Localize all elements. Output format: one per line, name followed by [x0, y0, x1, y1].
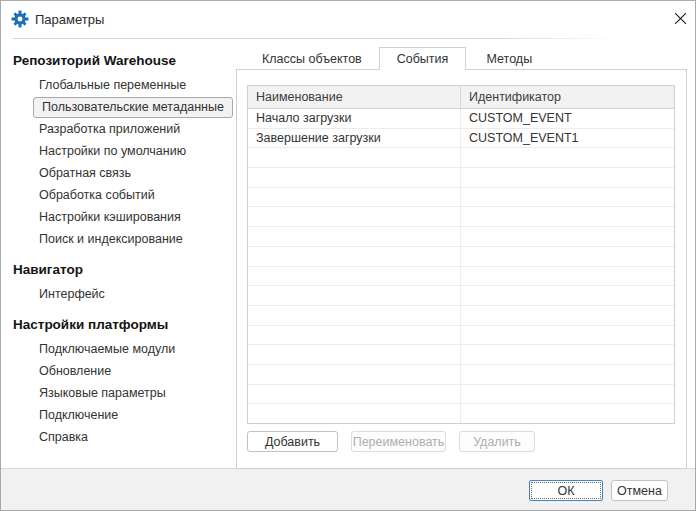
table-row[interactable] [248, 247, 674, 267]
cell-name [248, 306, 460, 325]
sidebar-item-label: Интерфейс [39, 287, 105, 301]
sidebar-item[interactable]: Пользовательские метаданные [39, 96, 235, 118]
table-header-row: Наименование Идентификатор [248, 86, 674, 109]
add-button[interactable]: Добавить [247, 431, 338, 452]
cell-name [248, 227, 460, 246]
cell-identifier [460, 345, 674, 364]
cell-identifier [460, 404, 674, 423]
sidebar-item[interactable]: Настройки кэширования [39, 206, 235, 228]
table-row[interactable] [248, 365, 674, 385]
table-row[interactable] [248, 404, 674, 423]
sidebar-item-label: Глобальные переменные [39, 78, 186, 92]
sidebar-item-label: Разработка приложений [39, 122, 180, 136]
cell-name [248, 267, 460, 286]
table-row[interactable] [248, 188, 674, 208]
sidebar-section-header: Репозиторий Warehouse [13, 41, 235, 74]
table-row[interactable] [248, 267, 674, 287]
cell-identifier [460, 148, 674, 167]
cell-identifier [460, 168, 674, 187]
cell-name [248, 148, 460, 167]
delete-button[interactable]: Удалить [459, 431, 535, 452]
table-row[interactable] [248, 148, 674, 168]
cell-name [248, 345, 460, 364]
column-header-identifier[interactable]: Идентификатор [460, 86, 674, 108]
table-row[interactable] [248, 326, 674, 346]
cell-name [248, 247, 460, 266]
rename-button[interactable]: Переименовать [351, 431, 446, 452]
gear-icon [11, 10, 29, 28]
sidebar-item[interactable]: Подключение [39, 404, 235, 426]
cell-identifier [460, 326, 674, 345]
titlebar-separator [13, 38, 617, 39]
sidebar-nav: Репозиторий WarehouseГлобальные переменн… [13, 41, 235, 448]
table-row[interactable] [248, 385, 674, 405]
cancel-button[interactable]: Отмена [611, 480, 668, 501]
sidebar-item[interactable]: Обновление [39, 360, 235, 382]
cell-name: Начало загрузки [248, 109, 460, 128]
sidebar-item[interactable]: Глобальные переменные [39, 74, 235, 96]
ok-button[interactable]: ОК [529, 480, 603, 501]
table-row[interactable] [248, 207, 674, 227]
cell-name [248, 207, 460, 226]
sidebar-item-label: Справка [39, 430, 88, 444]
cell-identifier: CUSTOM_EVENT1 [460, 129, 674, 148]
sidebar-item-label: Подключаемые модули [39, 342, 175, 356]
close-icon [674, 12, 687, 25]
sidebar-item-label: Поиск и индексирование [39, 232, 183, 246]
cell-identifier [460, 207, 674, 226]
column-header-name[interactable]: Наименование [248, 86, 460, 108]
cell-name [248, 188, 460, 207]
cell-name [248, 365, 460, 384]
table-row[interactable] [248, 168, 674, 188]
sidebar-item-label: Пользовательские метаданные [33, 97, 233, 118]
cell-name [248, 168, 460, 187]
table-row[interactable] [248, 286, 674, 306]
cell-identifier [460, 286, 674, 305]
sidebar-item[interactable]: Обратная связь [39, 162, 235, 184]
sidebar-item-label: Обратная связь [39, 166, 131, 180]
sidebar-item-label: Языковые параметры [39, 386, 166, 400]
sidebar-item-label: Подключение [39, 408, 118, 422]
cell-name [248, 404, 460, 423]
sidebar-item[interactable]: Обработка событий [39, 184, 235, 206]
tab-inactive[interactable]: Методы [466, 47, 552, 70]
sidebar-item-label: Настройки по умолчанию [39, 144, 186, 158]
close-button[interactable] [665, 4, 695, 32]
cell-identifier: CUSTOM_EVENT [460, 109, 674, 128]
table-row[interactable] [248, 227, 674, 247]
tab-inactive[interactable]: Классы объектов [245, 47, 379, 70]
tab-active[interactable]: События [379, 47, 467, 70]
cell-identifier [460, 385, 674, 404]
cell-identifier [460, 247, 674, 266]
sidebar-item[interactable]: Справка [39, 426, 235, 448]
cell-identifier [460, 267, 674, 286]
cell-identifier [460, 365, 674, 384]
sidebar-section-header: Настройки платформы [13, 305, 235, 338]
parameters-dialog: Параметры Репозиторий WarehouseГлобальны… [0, 0, 696, 511]
table-row[interactable] [248, 306, 674, 326]
sidebar-item[interactable]: Поиск и индексирование [39, 228, 235, 250]
sidebar-item-label: Обработка событий [39, 188, 155, 202]
table-row[interactable]: Завершение загрузкиCUSTOM_EVENT1 [248, 129, 674, 149]
table-row[interactable]: Начало загрузкиCUSTOM_EVENT [248, 109, 674, 129]
sidebar-item[interactable]: Настройки по умолчанию [39, 140, 235, 162]
events-table: Наименование Идентификатор Начало загруз… [247, 85, 675, 424]
tabstrip: Классы объектовСобытияМетоды [245, 47, 552, 70]
window-title: Параметры [35, 12, 104, 27]
footer-bar: ОК Отмена [1, 468, 696, 511]
sidebar-item-label: Настройки кэширования [39, 210, 181, 224]
cell-name [248, 286, 460, 305]
cell-name [248, 326, 460, 345]
cell-identifier [460, 227, 674, 246]
cell-name [248, 385, 460, 404]
cell-identifier [460, 306, 674, 325]
sidebar-item[interactable]: Подключаемые модули [39, 338, 235, 360]
table-row[interactable] [248, 345, 674, 365]
sidebar-item[interactable]: Интерфейс [39, 283, 235, 305]
table-actions: Добавить Переименовать Удалить [247, 431, 535, 452]
cell-name: Завершение загрузки [248, 129, 460, 148]
sidebar-section-header: Навигатор [13, 250, 235, 283]
sidebar-item[interactable]: Языковые параметры [39, 382, 235, 404]
sidebar-item[interactable]: Разработка приложений [39, 118, 235, 140]
cell-identifier [460, 188, 674, 207]
